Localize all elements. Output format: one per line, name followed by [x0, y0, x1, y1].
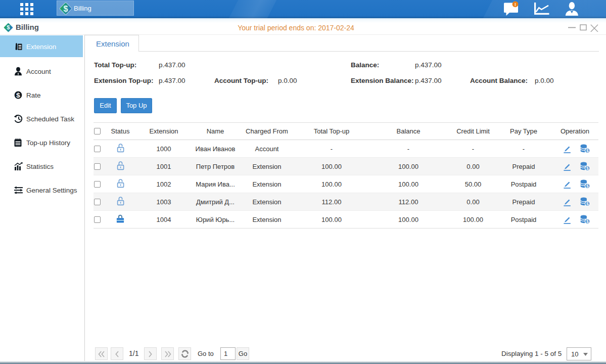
svg-text:!: ! [515, 2, 516, 7]
svg-text:$: $ [586, 183, 588, 188]
svg-text:$: $ [586, 165, 588, 170]
svg-text:$: $ [586, 148, 588, 153]
svg-text:$: $ [586, 218, 588, 223]
svg-text:$: $ [64, 5, 68, 13]
svg-text:$: $ [586, 201, 588, 206]
